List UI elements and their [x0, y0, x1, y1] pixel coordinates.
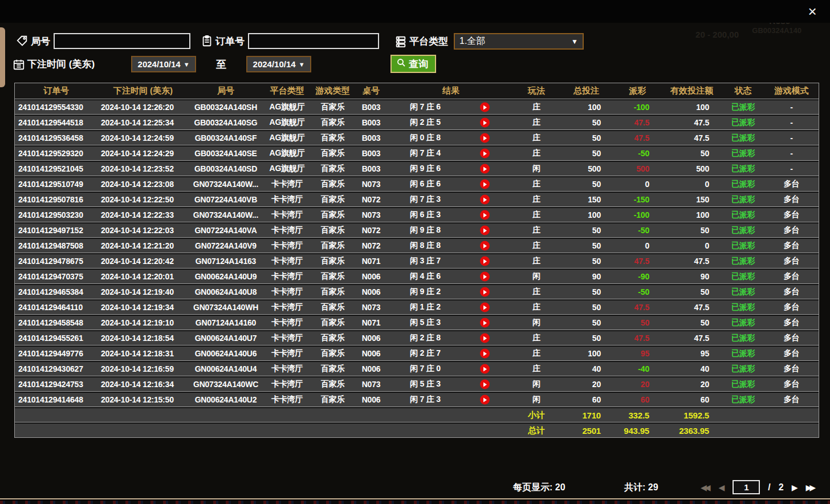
cell-payout: 47.5: [613, 299, 662, 315]
cell-game-type: 百家乐: [311, 176, 354, 192]
play-video-icon[interactable]: [480, 364, 490, 374]
play-video-icon[interactable]: [480, 210, 490, 220]
play-video-icon[interactable]: [480, 118, 490, 128]
table-row: 2410141295364582024-10-14 12:24:59GB0032…: [15, 130, 819, 145]
table-row: 2410141295107492024-10-14 12:23:08GN0732…: [15, 176, 819, 192]
table-row: 2410141295032302024-10-14 12:22:33GN0732…: [15, 207, 819, 222]
cell-platform: AG旗舰厅: [263, 99, 311, 115]
cell-bet-time: 2024-10-14 12:26:20: [97, 99, 189, 115]
cell-game-type: 百家乐: [311, 222, 354, 238]
bet-time-label: 下注时间 (美东): [27, 58, 95, 71]
cell-game-mode: 多台: [764, 176, 819, 192]
play-video-icon[interactable]: [480, 133, 490, 143]
next-page-button[interactable]: ▶: [792, 483, 798, 492]
close-button[interactable]: ×: [804, 3, 821, 21]
game-no-input[interactable]: [54, 33, 190, 49]
prev-page-button[interactable]: ◀: [719, 483, 725, 492]
cell-result: 闲 9 庄 2: [388, 284, 514, 299]
cell-payout: 95: [613, 346, 662, 361]
cell-play-type: 庄: [514, 299, 559, 315]
cell-total-bet: 500: [559, 161, 613, 176]
cell-game-no: GB00324A140SH: [189, 99, 263, 115]
table-row: 2410141295078162024-10-14 12:22:50GN0722…: [15, 192, 819, 207]
play-video-icon[interactable]: [480, 303, 490, 312]
page-number-input[interactable]: [733, 480, 760, 494]
play-video-icon[interactable]: [480, 103, 490, 112]
cell-payout: 500: [613, 161, 662, 176]
last-page-button[interactable]: ▶▶: [805, 483, 816, 492]
cell-valid-bet: 50: [662, 145, 722, 161]
cell-game-no: GN00624A140U9: [189, 269, 263, 284]
cell-payout: -90: [613, 269, 662, 284]
cell-order-id: 241014129414648: [15, 392, 97, 407]
cell-bet-time: 2024-10-14 12:18:31: [97, 346, 189, 361]
cell-game-type: 百家乐: [311, 315, 354, 330]
date-to-picker[interactable]: 2024/10/14 ▼: [246, 56, 311, 72]
column-header-9: 派彩: [613, 83, 662, 99]
cell-platform: 卡卡湾厅: [263, 346, 311, 361]
cell-game-type: 百家乐: [311, 130, 354, 145]
cell-order-id: 241014129465384: [15, 284, 97, 299]
play-video-icon[interactable]: [480, 149, 490, 158]
cell-valid-bet: 20: [662, 376, 722, 392]
play-video-icon[interactable]: [480, 195, 490, 205]
cell-valid-bet: 50: [662, 222, 722, 238]
play-video-icon[interactable]: [480, 380, 490, 389]
cell-game-no: GB00324A140SF: [189, 130, 263, 145]
search-button[interactable]: 查询: [390, 55, 436, 73]
cell-bet-time: 2024-10-14 12:16:59: [97, 361, 189, 376]
column-header-8: 总投注: [559, 83, 613, 99]
cell-result: 闲 2 庄 5: [388, 115, 514, 130]
cell-total-bet: 90: [559, 269, 613, 284]
cell-payout: 47.5: [613, 115, 662, 130]
play-video-icon[interactable]: [480, 287, 490, 297]
cell-game-mode: 多台: [764, 207, 819, 222]
cell-game-mode: 多台: [764, 315, 819, 330]
platform-type-select[interactable]: 1.全部 ▼: [454, 33, 584, 50]
cell-game-no: GN07324A140WC: [189, 376, 263, 392]
orders-table: 订单号下注时间 (美东)局号平台类型游戏类型桌号结果玩法总投注派彩有效投注额状态…: [14, 83, 818, 438]
cell-bet-time: 2024-10-14 12:24:29: [97, 145, 189, 161]
subtotal-row: 小计1710332.51592.5: [15, 407, 819, 422]
date-from-picker[interactable]: 2024/10/14 ▼: [131, 56, 196, 72]
play-video-icon[interactable]: [480, 272, 490, 282]
play-video-icon[interactable]: [480, 395, 490, 405]
cell-play-type: 庄: [514, 176, 559, 192]
cell-bet-time: 2024-10-14 12:19:10: [97, 315, 189, 330]
cell-status: 已派彩: [722, 207, 764, 222]
cell-result: 闲 7 庄 0: [388, 361, 514, 376]
subtotal-row-spacer3: [764, 407, 819, 422]
cell-order-id: 241014129503230: [15, 207, 97, 222]
cell-result: 闲 4 庄 6: [388, 269, 514, 284]
cell-table-no: N073: [354, 376, 388, 392]
cell-play-type: 闲: [514, 161, 559, 176]
cell-result: 闲 8 庄 8: [388, 238, 514, 253]
cell-play-type: 庄: [514, 99, 559, 115]
order-no-input[interactable]: [248, 33, 379, 49]
cell-game-type: 百家乐: [311, 145, 354, 161]
cell-valid-bet: 100: [662, 99, 722, 115]
play-video-icon[interactable]: [480, 180, 490, 189]
cell-game-type: 百家乐: [311, 299, 354, 315]
cell-status: 已派彩: [722, 176, 764, 192]
table-row: 2410141295210452024-10-14 12:23:52GB0032…: [15, 161, 819, 176]
play-video-icon[interactable]: [480, 349, 490, 359]
cell-payout: -50: [613, 145, 662, 161]
cell-valid-bet: 47.5: [662, 330, 722, 346]
cell-play-type: 庄: [514, 115, 559, 130]
play-video-icon[interactable]: [480, 164, 490, 174]
play-video-icon[interactable]: [480, 334, 490, 343]
first-page-button[interactable]: ◀◀: [701, 483, 711, 492]
play-video-icon[interactable]: [480, 318, 490, 328]
cell-total-bet: 50: [559, 253, 613, 269]
cell-game-no: GB00324A140SE: [189, 145, 263, 161]
page-separator: /: [768, 482, 770, 493]
table-row: 2410141294247532024-10-14 12:16:34GN0732…: [15, 376, 819, 392]
play-video-icon[interactable]: [480, 257, 490, 266]
cell-result: 闲 2 庄 7: [388, 346, 514, 361]
play-video-icon[interactable]: [480, 226, 490, 235]
cell-order-id: 241014129529320: [15, 145, 97, 161]
cell-table-no: N072: [354, 222, 388, 238]
cell-bet-time: 2024-10-14 12:22:03: [97, 222, 189, 238]
play-video-icon[interactable]: [480, 241, 490, 251]
